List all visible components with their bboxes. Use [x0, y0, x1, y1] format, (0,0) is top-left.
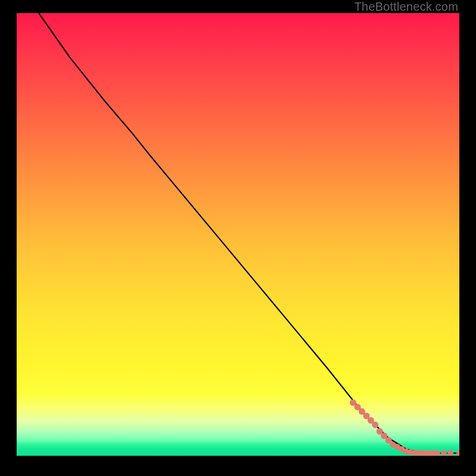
scatter-dot	[386, 437, 392, 444]
watermark-credit: TheBottleneck.com	[354, 0, 458, 14]
bottleneck-curve	[39, 13, 459, 453]
scatter-dot	[441, 450, 447, 456]
scatter-dot	[456, 450, 459, 456]
scatter-dot	[447, 450, 453, 456]
chart-frame	[17, 13, 459, 456]
chart-overlay	[17, 13, 459, 456]
scatter-dot	[434, 450, 440, 456]
scatter-dot	[372, 421, 378, 428]
